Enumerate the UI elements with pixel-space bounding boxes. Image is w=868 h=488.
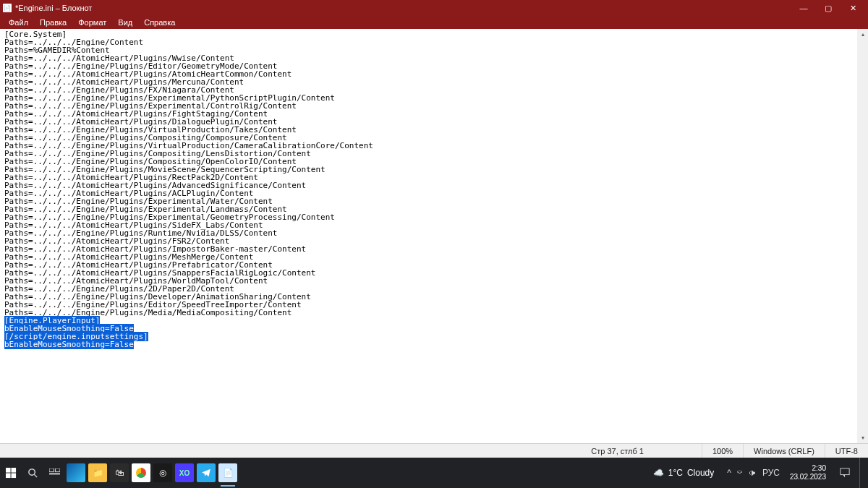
notepad-window: 📄 *Engine.ini – Блокнот — ▢ ✕ Файл Правк… (0, 0, 868, 458)
statusbar: Стр 37, стлб 1 100% Windows (CRLF) UTF-8 (0, 443, 868, 458)
taskbar-left: 📁 🛍 ◎ XO 📄 (0, 458, 239, 488)
taskbar-app-explorer[interactable]: 📁 (88, 463, 107, 482)
editor-selection: [Engine.PlayerInput] bEnableMouseSmoothi… (4, 316, 148, 349)
weather-temp: 1°C (668, 468, 683, 478)
menu-format[interactable]: Формат (74, 17, 111, 27)
titlebar[interactable]: 📄 *Engine.ini – Блокнот — ▢ ✕ (0, 0, 868, 16)
menu-help[interactable]: Справка (140, 17, 179, 27)
task-view-button[interactable] (43, 458, 65, 488)
svg-point-4 (28, 468, 34, 474)
menu-view[interactable]: Вид (114, 17, 137, 27)
taskbar-app-notepad[interactable]: 📄 (218, 463, 237, 482)
minimize-button[interactable]: — (791, 1, 816, 15)
menu-edit[interactable]: Правка (35, 17, 71, 27)
menu-file[interactable]: Файл (4, 17, 33, 27)
clock-time: 2:30 (790, 464, 826, 473)
tray-overflow-icon[interactable]: ^ (727, 468, 731, 478)
taskbar-app-telegram[interactable] (197, 463, 216, 482)
text-editor[interactable]: [Core.System] Paths=../../../Engine/Cont… (0, 29, 857, 443)
scroll-down-button[interactable]: ▾ (857, 432, 868, 443)
close-button[interactable]: ✕ (841, 1, 865, 15)
svg-rect-3 (11, 473, 16, 478)
start-button[interactable] (0, 458, 22, 488)
tray-volume-icon[interactable]: 🕩 (748, 468, 757, 478)
app-icon: 📄 (3, 4, 12, 12)
telegram-icon (201, 468, 211, 478)
status-eol: Windows (CRLF) (743, 444, 825, 458)
taskbar-clock[interactable]: 2:30 23.02.2023 (786, 464, 830, 481)
status-encoding: UTF-8 (825, 444, 868, 458)
editor-area: [Core.System] Paths=../../../Engine/Cont… (0, 29, 868, 443)
taskbar-app-xo[interactable]: XO (175, 463, 194, 482)
editor-plain-text: [Core.System] Paths=../../../Engine/Cont… (4, 30, 373, 317)
status-zoom: 100% (702, 444, 743, 458)
notification-icon (840, 468, 850, 478)
menubar: Файл Правка Формат Вид Справка (0, 16, 868, 29)
svg-rect-8 (49, 473, 60, 474)
svg-rect-6 (49, 468, 54, 472)
weather-text: Cloudy (687, 468, 714, 478)
scroll-up-button[interactable]: ▴ (857, 29, 868, 40)
search-icon (27, 468, 38, 479)
weather-icon: ☁️ (653, 468, 664, 478)
svg-rect-2 (6, 473, 11, 478)
status-position: Стр 37, стлб 1 (0, 444, 702, 458)
svg-rect-1 (11, 468, 16, 473)
taskbar: 📁 🛍 ◎ XO 📄 ☁️ 1°C Cloudy ^ ⌔ 🕩 РУС 2:30 … (0, 458, 868, 488)
svg-line-5 (34, 474, 37, 477)
show-desktop-button[interactable] (859, 458, 864, 488)
window-title: *Engine.ini – Блокнот (15, 4, 791, 12)
search-button[interactable] (22, 458, 43, 488)
vertical-scrollbar[interactable]: ▴ ▾ (857, 29, 868, 443)
svg-rect-0 (6, 468, 11, 473)
system-tray: ^ ⌔ 🕩 РУС (727, 468, 780, 478)
weather-widget[interactable]: ☁️ 1°C Cloudy (646, 468, 722, 478)
tray-network-icon[interactable]: ⌔ (737, 468, 742, 478)
task-view-icon (49, 468, 60, 478)
taskbar-app-store[interactable]: 🛍 (110, 463, 129, 482)
action-center-button[interactable] (836, 458, 854, 488)
maximize-button[interactable]: ▢ (816, 1, 841, 15)
taskbar-app-chrome[interactable] (132, 463, 150, 482)
taskbar-app-generic1[interactable]: ◎ (153, 463, 172, 482)
tray-language[interactable]: РУС (762, 468, 780, 478)
svg-rect-9 (841, 468, 849, 475)
windows-icon (6, 468, 17, 479)
taskbar-app-edge[interactable] (67, 463, 85, 482)
svg-rect-7 (55, 468, 60, 472)
taskbar-right: ☁️ 1°C Cloudy ^ ⌔ 🕩 РУС 2:30 23.02.2023 (646, 458, 868, 488)
clock-date: 23.02.2023 (790, 473, 826, 481)
